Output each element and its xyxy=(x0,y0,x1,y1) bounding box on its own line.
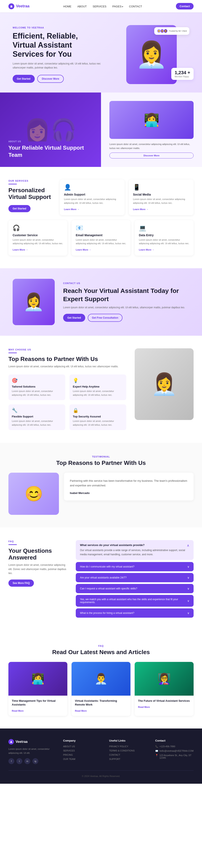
testimonial-quote: Partnering with this service has been tr… xyxy=(70,478,188,488)
faq-label: FAQ xyxy=(8,540,67,542)
nav-contact[interactable]: CONTACT xyxy=(129,5,142,8)
social-facebook[interactable]: f xyxy=(8,758,14,764)
social-title: Social Media xyxy=(133,193,189,196)
nav-pages[interactable]: PAGES xyxy=(112,5,123,8)
footer-bottom: © 2024 Veetraa. All Rights Reserved. xyxy=(8,770,194,777)
footer-phone: 📞 +123-456-7890 xyxy=(155,745,194,748)
logo-icon xyxy=(8,3,14,9)
faq-divider xyxy=(8,544,17,545)
testimonial-author: Isabel Mercado xyxy=(70,491,188,495)
faq-item-3[interactable]: Yes, we match you with a virtual assista… xyxy=(76,595,194,607)
news-card-0: 👩‍💻 Time Management Tips for Virtual Ass… xyxy=(8,662,67,716)
email-learn-more[interactable]: Learn More xyxy=(76,248,91,251)
footer-company-title: Company xyxy=(63,739,101,742)
news-card-title-0: Time Management Tips for Virtual Assista… xyxy=(12,699,64,707)
nav-about[interactable]: ABOUT xyxy=(77,5,87,8)
social-learn-more[interactable]: Learn More xyxy=(133,208,148,211)
footer-brand-name: Veetraa xyxy=(15,740,28,744)
admin-icon: 👤 xyxy=(64,184,121,191)
faq-featured-item[interactable]: What services do your virtual assistants… xyxy=(76,540,194,560)
footer-link-privacy[interactable]: PRIVACY POLICY xyxy=(109,745,147,748)
contact-banner-title: Reach Your Virtual Assistant Today for E… xyxy=(63,287,189,303)
trusted-label: Trusted by 5k+ Client xyxy=(169,30,187,32)
footer-link-services[interactable]: SERVICES xyxy=(63,749,101,752)
nav-services[interactable]: SERVICES xyxy=(93,5,106,8)
tailored-desc: Lorem ipsum dolor sit amet, consectetur … xyxy=(12,390,62,397)
faq-item-0[interactable]: How do I communicate with my virtual ass… xyxy=(76,562,194,571)
faq-chevron-2: ∨ xyxy=(187,587,189,590)
contact-get-started-button[interactable]: Get Started xyxy=(63,314,85,322)
hero-content: WELCOME TO VEETRAA Efficient, Reliable, … xyxy=(13,26,101,83)
news-card-2: 👩‍🏫 The Future of Virtual Assistant Serv… xyxy=(135,662,194,716)
hero-welcome: WELCOME TO VEETRAA xyxy=(13,26,101,29)
hero-get-started-button[interactable]: Get Started xyxy=(13,75,35,83)
services-label: OUR SERVICES xyxy=(8,180,55,182)
about-title: Your Reliable Virtual Support Team xyxy=(8,144,93,159)
faq-item-text-1: Are your virtual assistants available 24… xyxy=(80,576,187,579)
social-desc: Lorem ipsum dolor sit amet, consectetur … xyxy=(133,197,189,205)
footer-copyright: © 2024 Veetraa. All Rights Reserved. xyxy=(82,775,120,777)
footer-link-pricing[interactable]: PRICING xyxy=(63,753,101,756)
footer-link-support[interactable]: SUPPORT xyxy=(109,758,147,760)
news-card-title-1: Virtual Assistants: Transforming Remote … xyxy=(75,699,127,707)
testimonial-image: 😊 xyxy=(8,473,59,515)
services-top-cards: 👤 Admin Support Lorem ipsum dolor sit am… xyxy=(60,180,194,215)
location-icon: 📍 xyxy=(155,754,158,757)
faq-item-2[interactable]: Can I request a virtual assistant with s… xyxy=(76,584,194,593)
services-get-started-button[interactable]: Get Started xyxy=(8,205,31,212)
social-linkedin[interactable]: in xyxy=(24,758,30,764)
nav-contact-button[interactable]: Contact xyxy=(176,3,194,9)
footer-link-about[interactable]: ABOUT US xyxy=(63,745,101,748)
social-twitter[interactable]: t xyxy=(16,758,22,764)
contact-consultation-button[interactable]: Get Free Consultation xyxy=(88,314,123,322)
faq-item-4[interactable]: What is the process for hiring a virtual… xyxy=(76,609,194,618)
data-desc: Lorem ipsum dolor sit amet, consectetur … xyxy=(139,238,189,246)
services-top: OUR SERVICES Personalized Virtual Suppor… xyxy=(8,180,194,215)
footer-link-team[interactable]: OUR TEAM xyxy=(63,758,101,760)
customer-learn-more[interactable]: Learn More xyxy=(13,248,28,251)
news-image-2: 👩‍🏫 xyxy=(135,662,194,695)
about-discover-button[interactable]: Discover More xyxy=(109,153,194,158)
hero-trusted-card: 😊 😄 😃 Trusted by 5k+ Client xyxy=(154,27,189,35)
faq-description: Lorem ipsum dolor sit amet, consectetur … xyxy=(8,563,67,575)
admin-learn-more[interactable]: Learn More xyxy=(64,208,79,211)
svg-point-1 xyxy=(11,5,12,6)
data-learn-more[interactable]: Learn More xyxy=(139,248,154,251)
contact-banner-content: CONTACT US Reach Your Virtual Assistant … xyxy=(63,282,189,322)
footer-useful-title: Useful Links xyxy=(109,739,147,742)
why-card-expert: 💡 Expert Help Anytime Lorem ipsum dolor … xyxy=(69,374,126,400)
hero-discover-more-button[interactable]: Discover More xyxy=(37,75,64,83)
nav-home[interactable]: HOME xyxy=(63,5,71,8)
faq-item-text-0: How do I communicate with my virtual ass… xyxy=(80,565,187,568)
footer-link-terms[interactable]: TERMS & CONDITIONS xyxy=(109,749,147,752)
contact-banner-buttons: Get Started Get Free Consultation xyxy=(63,314,189,322)
footer-company-col: Company ABOUT US SERVICES PRICING OUR TE… xyxy=(63,739,101,764)
why-card-tailored: 🎯 Tailored Solutions Lorem ipsum dolor s… xyxy=(8,374,65,400)
social-icon: 📱 xyxy=(133,184,189,191)
email-footer-icon: ✉️ xyxy=(155,750,158,752)
why-label: WHY CHOOSE US xyxy=(8,348,126,351)
faq-see-more-button[interactable]: See More FAQ xyxy=(8,580,34,587)
news-read-more-1[interactable]: Read More xyxy=(75,710,87,712)
news-image-0: 👩‍💻 xyxy=(8,662,67,695)
contact-banner-label: CONTACT US xyxy=(63,282,189,284)
news-read-more-2[interactable]: Read More xyxy=(138,706,150,708)
faq-chevron-0: ∨ xyxy=(187,565,189,568)
services-bottom-cards: 🎧 Customer Service Lorem ipsum dolor sit… xyxy=(8,220,194,256)
why-title: Top Reasons to Partner With Us xyxy=(8,356,126,363)
testimonial-content: 😊 Partnering with this service has been … xyxy=(8,473,194,515)
faq-item-1[interactable]: Are your virtual assistants available 24… xyxy=(76,573,194,582)
hero-buttons: Get Started Discover More xyxy=(13,75,101,83)
footer-link-contact[interactable]: CONTACT xyxy=(109,753,147,756)
hero-title: Efficient, Reliable, Virtual Assistant S… xyxy=(13,31,101,59)
nav-links: HOME ABOUT SERVICES PAGES CONTACT xyxy=(63,4,142,8)
service-card-customer: 🎧 Customer Service Lorem ipsum dolor sit… xyxy=(8,220,67,256)
hero-stats-label: Member Happy xyxy=(175,75,190,78)
footer-contact-title: Contact xyxy=(155,739,194,742)
why-grid: 🎯 Tailored Solutions Lorem ipsum dolor s… xyxy=(8,374,126,430)
nav-logo[interactable]: Veetraa xyxy=(8,3,30,9)
faq-title: Your Questions Answered xyxy=(8,548,67,561)
testimonial-section: TESTIMONIAL Top Reasons to Partner With … xyxy=(0,443,202,527)
news-read-more-0[interactable]: Read More xyxy=(12,710,24,712)
social-instagram[interactable]: ig xyxy=(32,758,38,764)
